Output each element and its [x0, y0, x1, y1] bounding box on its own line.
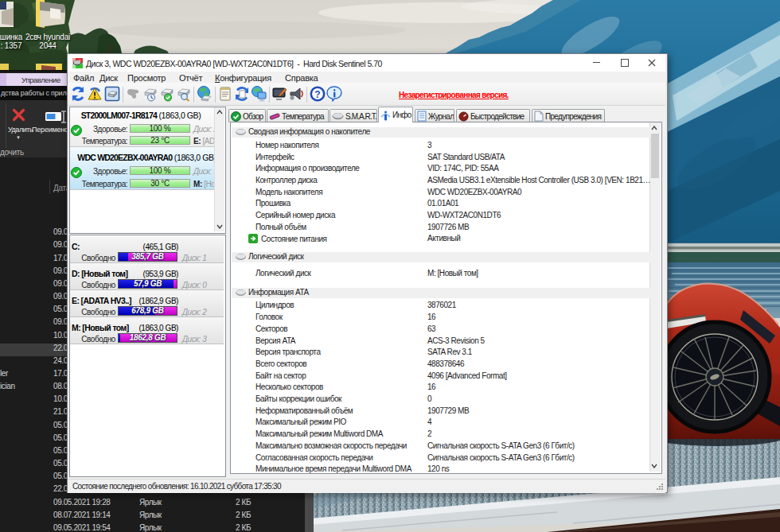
svg-text:?: ? [314, 89, 320, 100]
